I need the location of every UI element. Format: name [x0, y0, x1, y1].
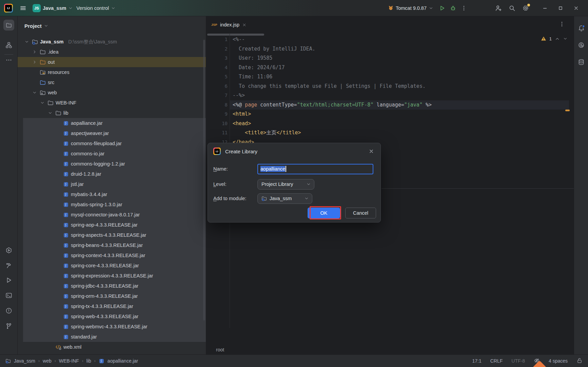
status-widget-4-spaces[interactable]: 4 spaces	[549, 358, 568, 364]
tree-item-mysql-connector-java-8.0.17.jar[interactable]: mysql-connector-java-8.0.17.jar	[18, 210, 206, 220]
problems-tool-button[interactable]	[3, 305, 14, 316]
breadcrumb-java_ssm[interactable]: Java_ssm	[14, 358, 35, 364]
tree-toggle[interactable]	[32, 59, 38, 65]
intellij-logo-icon: IJ	[4, 4, 13, 13]
tree-item-src[interactable]: src	[18, 77, 206, 88]
debug-button[interactable]	[448, 3, 458, 14]
services-tool-button[interactable]	[3, 245, 14, 256]
status-widget-crlf[interactable]: CRLF	[490, 358, 503, 364]
breadcrumb-web[interactable]: web	[43, 358, 52, 364]
status-widget-17-1[interactable]: 17:1	[472, 358, 481, 364]
editor-options-button[interactable]	[559, 21, 565, 28]
status-widget-utf-8[interactable]: UTF-8	[511, 358, 525, 364]
tree-item-spring-tx-4.3.3.release.jar[interactable]: spring-tx-4.3.3.RELEASE.jar	[18, 301, 206, 311]
tree-item-mybatis-spring-1.3.0.jar[interactable]: mybatis-spring-1.3.0.jar	[18, 199, 206, 210]
editor-breadcrumbs[interactable]: root	[207, 345, 574, 354]
database-button[interactable]	[576, 57, 587, 67]
tree-item-aspectjweaver.jar[interactable]: aspectjweaver.jar	[18, 128, 206, 138]
breadcrumb-lib[interactable]: lib	[86, 358, 91, 364]
tree-item-spring-expression-4.3.3.release.jar[interactable]: spring-expression-4.3.3.RELEASE.jar	[18, 271, 206, 281]
ok-button[interactable]: OK	[308, 208, 340, 218]
tree-item-web-inf[interactable]: WEB-INF	[18, 98, 206, 108]
breadcrumb-web-inf[interactable]: WEB-INF	[59, 358, 79, 364]
code-line: Created by IntelliJ IDEA.	[233, 44, 432, 54]
tree-toggle[interactable]	[39, 100, 45, 106]
notifications-button[interactable]	[576, 23, 587, 34]
run-tool-button[interactable]	[3, 275, 14, 286]
tree-item-label: .idea	[48, 49, 58, 55]
ai-assistant-button[interactable]	[576, 40, 587, 51]
project-tree-scrollbar[interactable]	[203, 40, 205, 321]
structure-tool-button[interactable]	[3, 40, 14, 51]
tree-toggle[interactable]	[32, 49, 38, 55]
tree-item-resources[interactable]: resources	[18, 67, 206, 77]
tree-item-spring-aop-4.3.3.release.jar[interactable]: spring-aop-4.3.3.RELEASE.jar	[18, 220, 206, 230]
jar-icon	[63, 192, 69, 197]
run-button[interactable]	[437, 3, 448, 14]
breadcrumb-root[interactable]: root	[216, 347, 224, 352]
tree-toggle[interactable]	[47, 110, 53, 116]
project-widget[interactable]: JS Java_ssm	[33, 3, 73, 14]
dialog-close-button[interactable]	[368, 148, 375, 155]
project-panel-header[interactable]: Project	[24, 19, 48, 33]
next-problem-icon[interactable]	[563, 36, 568, 41]
tree-item-standard.jar[interactable]: standard.jar	[18, 332, 206, 342]
level-dropdown[interactable]: Project Library	[257, 179, 314, 190]
tree-item-.idea[interactable]: .idea	[18, 47, 206, 57]
tree-item-jstl.jar[interactable]: jstl.jar	[18, 179, 206, 189]
tree-item-druid-1.2.8.jar[interactable]: druid-1.2.8.jar	[18, 169, 206, 179]
tree-item-spring-web-4.3.3.release.jar[interactable]: spring-web-4.3.3.RELEASE.jar	[18, 311, 206, 322]
main-menu-button[interactable]	[18, 3, 28, 14]
tab-index-jsp[interactable]: JSP index.jsp	[207, 16, 251, 33]
tree-item-spring-core-4.3.3.release.jar[interactable]: spring-core-4.3.3.RELEASE.jar	[18, 260, 206, 271]
tree-item-commons-io.jar[interactable]: commons-io.jar	[18, 149, 206, 159]
code-with-me-button[interactable]	[493, 3, 504, 14]
tree-item-spring-jdbc-4.3.3.release.jar[interactable]: spring-jdbc-4.3.3.RELEASE.jar	[18, 281, 206, 291]
tree-item-spring-context-4.3.3.release.jar[interactable]: spring-context-4.3.3.RELEASE.jar	[18, 250, 206, 260]
tree-item-spring-aspects-4.3.3.release.jar[interactable]: spring-aspects-4.3.3.RELEASE.jar	[18, 230, 206, 240]
project-tool-button[interactable]	[3, 20, 14, 31]
tree-item-spring-webmvc-4.3.3.release.jar[interactable]: spring-webmvc-4.3.3.RELEASE.jar	[18, 322, 206, 332]
close-tab-icon[interactable]	[242, 23, 247, 27]
tree-toggle[interactable]	[32, 90, 38, 96]
close-window-button[interactable]	[568, 0, 584, 16]
tree-item-web[interactable]: web	[18, 88, 206, 98]
library-name-input[interactable]: aopalliance	[257, 164, 373, 174]
search-everywhere-button[interactable]	[507, 3, 517, 14]
tree-item-web.xml[interactable]: web.xml	[18, 342, 206, 352]
inspections-widget[interactable]: 1	[541, 36, 568, 41]
tree-item-commons-logging-1.2.jar[interactable]: commons-logging-1.2.jar	[18, 159, 206, 169]
tree-item-mybatis-3.4.4.jar[interactable]: mybatis-3.4.4.jar	[18, 189, 206, 199]
level-dropdown-value: Project Library	[261, 181, 303, 187]
version-control-tool-button[interactable]	[3, 321, 14, 331]
tree-item-java_ssm[interactable]: Java_ssmD:\ssm整合\Java_ssm	[18, 37, 206, 47]
add-to-module-dropdown[interactable]: Java_ssm	[257, 193, 312, 204]
more-actions-button[interactable]	[458, 3, 469, 14]
maximize-button[interactable]	[553, 0, 568, 16]
build-tool-button[interactable]	[3, 260, 14, 271]
minimize-button[interactable]	[537, 0, 553, 16]
tree-item-spring-orm-4.3.3.release.jar[interactable]: spring-orm-4.3.3.RELEASE.jar	[18, 291, 206, 301]
more-tool-windows-button[interactable]	[3, 55, 14, 65]
run-configuration-widget[interactable]: Tomcat 9.0.87	[388, 3, 433, 14]
vcs-widget[interactable]: Version control	[76, 3, 116, 14]
breadcrumb-aopalliance.jar[interactable]: aopalliance.jar	[107, 358, 138, 364]
error-stripe-mark[interactable]	[565, 110, 570, 111]
code-content[interactable]: <%-- Created by IntelliJ IDEA. User: 195…	[233, 35, 432, 147]
unlock-widget[interactable]	[576, 358, 583, 365]
tree-item-commons-fileupload.jar[interactable]: commons-fileupload.jar	[18, 138, 206, 149]
tree-item-label: spring-expression-4.3.3.RELEASE.jar	[71, 273, 153, 278]
terminal-tool-button[interactable]	[3, 290, 14, 301]
tree-item-out[interactable]: out	[18, 57, 206, 67]
tree-item-spring-beans-4.3.3.release.jar[interactable]: spring-beans-4.3.3.RELEASE.jar	[18, 240, 206, 250]
dialog-title: Create Library	[225, 149, 257, 154]
module-folder-icon	[32, 39, 38, 45]
tree-item-label: spring-beans-4.3.3.RELEASE.jar	[71, 243, 143, 248]
level-label: Level:	[213, 181, 227, 187]
cancel-button[interactable]: Cancel	[345, 208, 376, 218]
tree-item-aopalliance.jar[interactable]: aopalliance.jar	[18, 118, 206, 128]
tree-toggle[interactable]	[24, 39, 30, 45]
settings-button[interactable]	[520, 3, 531, 14]
tree-item-lib[interactable]: lib	[18, 108, 206, 118]
previous-problem-icon[interactable]	[555, 36, 560, 41]
